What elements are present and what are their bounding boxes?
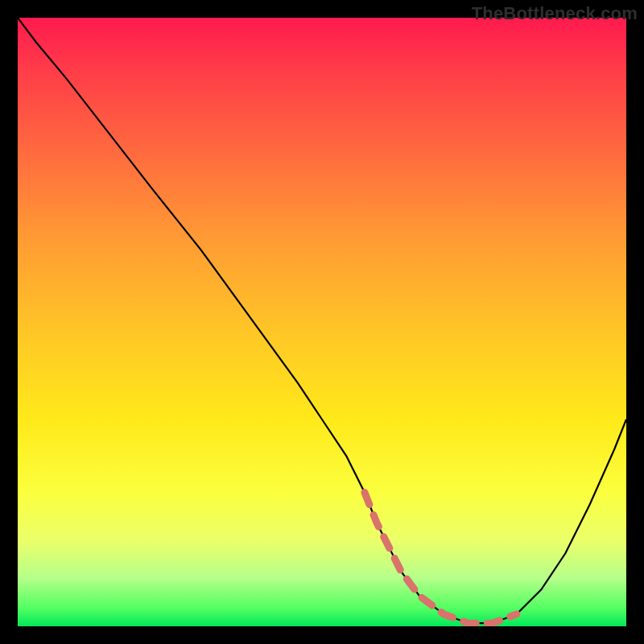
- highlight-segment: [365, 493, 517, 624]
- chart-frame: TheBottleneck.com: [0, 0, 644, 644]
- gradient-plot-area: [18, 18, 626, 626]
- curve-svg: [18, 18, 626, 626]
- bottleneck-curve: [18, 18, 626, 623]
- watermark-text: TheBottleneck.com: [472, 3, 638, 24]
